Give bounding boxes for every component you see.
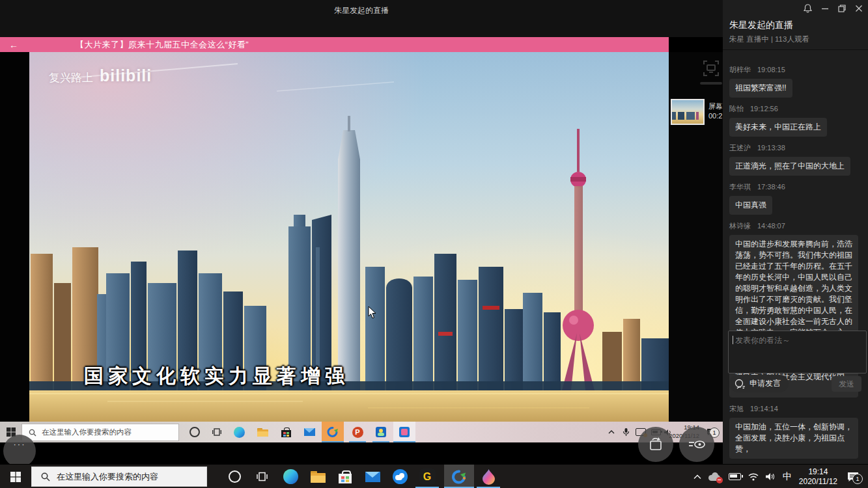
file-explorer-icon xyxy=(257,428,268,437)
inner-powerpoint-button[interactable]: P xyxy=(346,422,369,442)
ime-indicator[interactable]: 中 xyxy=(783,471,792,483)
participant-caption xyxy=(700,82,722,85)
request-to-speak-button[interactable]: 申请发言 xyxy=(729,375,789,392)
inner-search-box[interactable]: 在这里输入你要搜索的内容 xyxy=(21,424,179,441)
sender-name: 宋旭 xyxy=(729,405,744,413)
onedrive-sync-icon[interactable] xyxy=(708,472,721,481)
banner-title: 【大片来了】原来十九届五中全会这么“好看” xyxy=(76,39,249,51)
send-button[interactable]: 发送 xyxy=(832,376,861,392)
screen-share-tile[interactable]: 屏幕分享 00:21 xyxy=(671,99,723,126)
file-explorer-icon xyxy=(311,471,326,483)
qq-browser-button[interactable] xyxy=(387,465,413,488)
action-center-button[interactable]: 1 xyxy=(847,472,859,482)
chat-message: 王述沪19:13:38 正道滴光，照在了中国的大地上 xyxy=(729,143,863,176)
message-time: 19:14:14 xyxy=(750,405,778,413)
taskbar-clock[interactable]: 19:14 2020/11/12 xyxy=(799,467,837,487)
floating-hide-comments-button[interactable] xyxy=(679,427,714,462)
powerpoint-icon: P xyxy=(352,427,363,438)
inner-search-placeholder: 在这里输入你要搜索的内容 xyxy=(42,427,132,437)
cortana-icon xyxy=(189,427,200,437)
inner-pink-app-button[interactable] xyxy=(393,422,415,442)
sender-name: 陈怡 xyxy=(729,105,744,113)
bilibili-watermark: 复兴路上 bilibili xyxy=(49,66,152,85)
inner-file-explorer-button[interactable] xyxy=(251,422,273,442)
message-bubble: 祖国繁荣富强!! xyxy=(729,79,792,98)
shared-video: 复兴路上 bilibili 国家文化软实力显著增强 xyxy=(29,52,669,422)
hide-comments-icon xyxy=(688,439,705,450)
meeting-button-active[interactable] xyxy=(444,465,474,488)
wifi-icon[interactable] xyxy=(748,473,759,481)
comment-placeholder: 发表你的看法～ xyxy=(735,336,790,345)
start-button[interactable] xyxy=(3,465,29,488)
chevron-up-icon[interactable] xyxy=(693,474,701,480)
store-icon xyxy=(339,470,352,483)
chevron-up-icon xyxy=(609,431,614,433)
request-to-speak-label: 申请发言 xyxy=(749,378,781,389)
clock-date: 2020/11/12 xyxy=(799,477,837,487)
inner-task-view-button[interactable] xyxy=(206,422,228,442)
inner-meeting-button-active[interactable] xyxy=(322,422,344,442)
mail-button[interactable] xyxy=(359,465,385,488)
close-button[interactable] xyxy=(855,5,863,12)
chat-message: 宋旭19:14:14 中国加油，五位一体，创新协调，全面发展，决胜小康，为祖国点… xyxy=(729,404,863,459)
task-view-button[interactable] xyxy=(249,465,275,488)
send-label: 发送 xyxy=(839,379,854,390)
task-view-icon xyxy=(212,428,221,436)
chat-message: 李华琪17:38:46 中国真强 xyxy=(729,182,863,215)
microphone-icon xyxy=(623,428,629,437)
edge-icon xyxy=(283,469,298,484)
inner-tray-microphone[interactable] xyxy=(619,422,633,442)
search-icon xyxy=(41,472,50,481)
sender-name: 李华琪 xyxy=(729,183,751,191)
windows-taskbar: 在这里输入你要搜索的内容 xyxy=(0,464,868,488)
floating-share-switch-button[interactable] xyxy=(638,427,673,462)
message-time: 17:38:46 xyxy=(757,183,785,191)
meeting-app-icon xyxy=(327,426,339,438)
g-app-button[interactable]: G xyxy=(414,465,440,488)
bilibili-logo: bilibili xyxy=(100,66,152,85)
paint-drop-app-button[interactable] xyxy=(475,465,501,488)
inner-tray-chevron[interactable] xyxy=(604,422,619,442)
minimize-button[interactable] xyxy=(821,5,829,12)
task-view-icon xyxy=(257,472,268,481)
chat-message: 胡梓华19:08:15 祖国繁荣富强!! xyxy=(729,65,863,98)
inner-store-button[interactable] xyxy=(275,422,297,442)
inner-taskbar: 在这里输入你要搜索的内容 xyxy=(0,422,723,442)
system-tray: 中 19:14 2020/11/12 1 xyxy=(693,465,868,488)
inner-cortana-button[interactable] xyxy=(184,422,206,442)
restore-button[interactable] xyxy=(838,5,846,12)
participant-strip: 屏幕分享 00:21 xyxy=(669,52,723,422)
sidebar-title: 朱星发起的直播 xyxy=(729,20,793,31)
share-duration: 00:21 xyxy=(708,112,723,120)
taskbar-search-box[interactable]: 在这里输入你要搜索的内容 xyxy=(31,467,207,487)
message-time: 19:08:15 xyxy=(757,66,785,74)
store-icon xyxy=(281,427,291,437)
back-icon[interactable]: ← xyxy=(9,40,35,50)
share-thumbnail xyxy=(671,99,705,125)
window-title: 朱星发起的直播 xyxy=(0,5,723,16)
message-bubble: 中国真强 xyxy=(729,196,772,215)
inner-blue-app-button[interactable] xyxy=(370,422,392,442)
floating-more-button[interactable]: ··· xyxy=(3,435,36,467)
sender-name: 王述沪 xyxy=(729,144,751,152)
comment-input[interactable]: 发表你的看法～ xyxy=(728,331,867,373)
bell-icon[interactable] xyxy=(804,4,812,13)
qq-browser-icon xyxy=(393,469,408,484)
sender-name: 胡梓华 xyxy=(729,66,751,74)
speaker-icon[interactable] xyxy=(766,472,776,481)
message-time: 19:12:56 xyxy=(750,105,778,113)
mail-icon xyxy=(365,472,380,482)
stream-banner: ← 【大片来了】原来十九届五中全会这么“好看” xyxy=(0,37,669,52)
notification-badge: 1 xyxy=(852,474,863,484)
speak-icon xyxy=(735,378,746,389)
cortana-button[interactable] xyxy=(221,465,247,488)
battery-icon[interactable] xyxy=(729,473,741,480)
store-button[interactable] xyxy=(332,465,358,488)
window-controls xyxy=(804,4,863,13)
inner-mail-button[interactable] xyxy=(298,422,320,442)
file-explorer-button[interactable] xyxy=(305,465,331,488)
inner-edge-button[interactable] xyxy=(228,422,250,442)
text-caret xyxy=(733,336,733,344)
video-subtitle: 国家文化软实力显著增强 xyxy=(84,363,349,390)
edge-button[interactable] xyxy=(277,465,303,488)
